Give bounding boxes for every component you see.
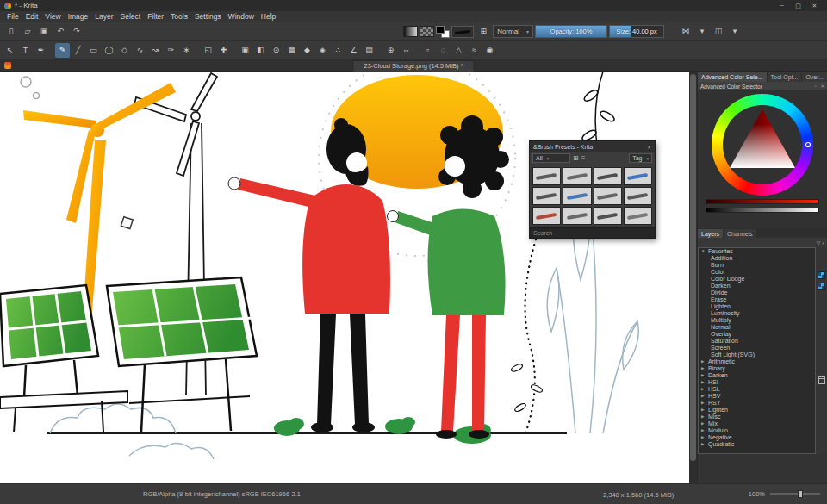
tab-advanced-color-selector[interactable]: Advanced Color Sele...: [698, 72, 767, 82]
brush-preset-thumbnail[interactable]: [563, 207, 591, 225]
canvas[interactable]: &Brush Presets - Krita ✕ All ▾ ⊞ ≡ Tag ▾: [0, 72, 689, 483]
zoom-slider[interactable]: [770, 493, 820, 495]
select-shapes-tool[interactable]: ↖: [3, 43, 17, 58]
blend-mode-option[interactable]: Addition: [699, 255, 815, 262]
rectangle-tool[interactable]: ▭: [86, 43, 101, 58]
rectangular-selection-tool[interactable]: ▫: [420, 43, 435, 58]
menu-item[interactable]: Help: [258, 12, 279, 21]
scrollbar-thumb[interactable]: [690, 74, 696, 461]
float-docker-icon[interactable]: ▫: [814, 84, 816, 89]
freehand-selection-tool[interactable]: ≈: [467, 43, 482, 58]
brush-preset-thumbnail[interactable]: [594, 207, 622, 225]
pattern-swatch[interactable]: [420, 26, 434, 37]
pan-tool[interactable]: ⇔: [399, 43, 414, 58]
list-view-icon[interactable]: ≡: [581, 153, 586, 163]
wrap-around-mode-icon[interactable]: ◫: [711, 24, 726, 39]
blend-mode-option[interactable]: Burn: [699, 262, 815, 269]
blend-mode-group[interactable]: ▶ Arithmetic: [699, 358, 815, 365]
document-tab[interactable]: 23-Cloud Storage.png (14.5 MiB) *: [352, 60, 474, 72]
ellipse-tool[interactable]: ◯: [102, 43, 116, 58]
polygonal-selection-tool[interactable]: △: [451, 43, 466, 58]
zoom-tool[interactable]: ⊕: [383, 43, 398, 58]
brush-preset-thumbnail[interactable]: [532, 167, 561, 185]
menu-item[interactable]: Filter: [144, 12, 167, 21]
foreground-color-swatch[interactable]: [436, 26, 445, 34]
blend-mode-group[interactable]: ▶ Mix: [699, 420, 815, 427]
close-button[interactable]: ✕: [806, 3, 823, 9]
open-document-icon[interactable]: ▱: [20, 24, 35, 39]
brush-preset-thumbnail[interactable]: [594, 187, 622, 205]
dynamic-brush-tool[interactable]: ✑: [164, 43, 178, 58]
blend-mode-option[interactable]: Soft Light (SVG): [699, 352, 815, 358]
brush-preset-thumbnail[interactable]: [624, 207, 652, 225]
inherit-alpha-icon[interactable]: [818, 271, 825, 279]
elliptical-selection-tool[interactable]: ◌: [436, 43, 451, 58]
menu-item[interactable]: Layer: [91, 12, 116, 21]
blend-mode-group[interactable]: ▶ HSV: [699, 393, 815, 400]
blend-mode-option[interactable]: Multiply: [699, 317, 815, 324]
blend-mode-group[interactable]: ▶ Negative: [699, 434, 815, 441]
minimize-button[interactable]: ─: [774, 3, 790, 9]
brush-presets-docker-titlebar[interactable]: &Brush Presets - Krita ✕: [530, 141, 655, 152]
blend-mode-group[interactable]: ▶ Lighten: [699, 407, 815, 414]
blend-mode-group[interactable]: ▶ HSY: [699, 400, 815, 407]
brush-editor-button[interactable]: [451, 26, 474, 38]
brush-presets-button[interactable]: ⊞: [476, 24, 491, 39]
brush-preset-thumbnail[interactable]: [594, 167, 622, 185]
blend-mode-option[interactable]: Overlay: [699, 331, 815, 338]
blend-mode-group[interactable]: ▶ HSL: [699, 386, 815, 393]
menu-item[interactable]: File: [3, 12, 22, 21]
hue-ring[interactable]: [712, 94, 813, 196]
calligraphy-tool[interactable]: ✒: [34, 43, 48, 58]
blend-mode-group[interactable]: ▶ Misc: [699, 414, 815, 420]
brush-preset-thumbnail[interactable]: [624, 167, 652, 185]
blend-mode-option[interactable]: Luminosity: [699, 310, 815, 317]
fill-tool[interactable]: ◆: [300, 43, 314, 58]
menu-item[interactable]: Image: [65, 12, 92, 21]
menu-item[interactable]: Tools: [167, 12, 191, 21]
brush-preset-thumbnail[interactable]: [532, 207, 561, 225]
blend-mode-group[interactable]: ▶ Darken: [699, 372, 815, 379]
value-gradient-strip[interactable]: [706, 208, 819, 213]
blend-mode-group[interactable]: ▶ Modulo: [699, 427, 815, 434]
delete-layer-icon[interactable]: [818, 376, 825, 384]
crop-tool[interactable]: ▣: [238, 43, 252, 58]
enclose-fill-tool[interactable]: ◈: [315, 43, 330, 58]
gradient-tool[interactable]: ◧: [253, 43, 268, 58]
workspace-caret-icon[interactable]: ▾: [727, 24, 743, 39]
blend-mode-option[interactable]: Erase: [699, 296, 815, 303]
freehand-brush-tool[interactable]: ✎: [55, 43, 70, 58]
menu-item[interactable]: View: [41, 12, 64, 21]
alpha-lock-icon[interactable]: [818, 283, 825, 290]
advanced-color-selector[interactable]: [698, 90, 827, 228]
tab-layers[interactable]: Layers: [698, 229, 723, 238]
bezier-curve-tool[interactable]: ↝: [148, 43, 163, 58]
polyline-tool[interactable]: ∿: [133, 43, 147, 58]
polygon-tool[interactable]: ◇: [117, 43, 132, 58]
foreground-background-swatch[interactable]: [436, 26, 450, 38]
mirror-options-caret-icon[interactable]: ▾: [694, 24, 710, 39]
close-icon[interactable]: ✕: [647, 144, 651, 150]
save-document-icon[interactable]: ▣: [36, 24, 52, 39]
color-sampler-tool[interactable]: ⊙: [269, 43, 283, 58]
blend-mode-group[interactable]: ▶ Quadratic: [699, 441, 815, 448]
reference-images-tool[interactable]: ▤: [362, 43, 376, 58]
gradient-swatch[interactable]: [403, 26, 418, 37]
saturation-value-triangle[interactable]: [712, 94, 813, 196]
tab-channels[interactable]: Channels: [724, 229, 756, 238]
blend-mode-option[interactable]: Screen: [699, 345, 815, 352]
blend-mode-option[interactable]: Divide: [699, 289, 815, 296]
menu-item[interactable]: Settings: [191, 12, 225, 21]
close-icon[interactable]: ✕: [820, 84, 824, 89]
preset-filter-combo[interactable]: All ▾: [532, 153, 570, 163]
text-tool[interactable]: T: [18, 43, 33, 58]
measure-tool[interactable]: ∠: [346, 43, 361, 58]
tab-tool-options[interactable]: Tool Opt...: [768, 72, 802, 82]
color-history-strip[interactable]: [706, 199, 819, 204]
preset-search-input[interactable]: Search: [530, 227, 655, 238]
blend-mode-option[interactable]: Normal: [699, 324, 815, 331]
redo-icon[interactable]: ↷: [69, 24, 84, 39]
brush-preset-thumbnail[interactable]: [563, 187, 591, 205]
blend-mode-combo[interactable]: Normal ▾: [493, 25, 533, 38]
new-document-icon[interactable]: ▯: [3, 24, 19, 39]
